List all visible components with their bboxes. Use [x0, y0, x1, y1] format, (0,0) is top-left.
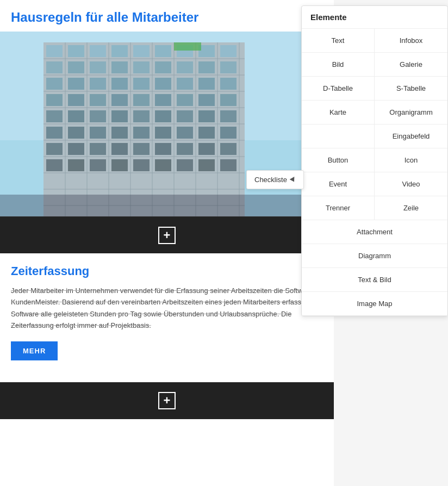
svg-rect-36 [155, 61, 171, 73]
svg-rect-43 [111, 78, 128, 90]
svg-rect-66 [220, 110, 237, 122]
svg-rect-69 [90, 127, 106, 139]
section-title: Zeiterfassung [11, 264, 323, 278]
mehr-button[interactable]: MEHR [11, 341, 58, 360]
elements-panel: Elemente Text Infobox Bild Galerie D-Tab… [301, 5, 448, 316]
svg-rect-80 [133, 143, 150, 155]
svg-rect-53 [133, 94, 150, 106]
svg-rect-79 [111, 143, 128, 155]
checkliste-tooltip[interactable]: Checkliste [246, 170, 304, 189]
svg-rect-89 [133, 159, 150, 171]
svg-rect-72 [155, 127, 171, 139]
svg-rect-52 [111, 94, 128, 106]
svg-rect-44 [133, 78, 150, 90]
element-d-tabelle[interactable]: D-Tabelle [302, 77, 375, 101]
svg-rect-93 [220, 159, 237, 171]
svg-rect-95 [0, 195, 334, 216]
svg-rect-56 [198, 94, 215, 106]
svg-rect-49 [46, 94, 63, 106]
svg-rect-27 [155, 45, 171, 57]
svg-rect-60 [90, 110, 106, 122]
element-s-tabelle[interactable]: S-Tabelle [375, 77, 447, 101]
element-bild[interactable]: Bild [302, 53, 375, 77]
section-text: Jeder Mitarbeiter im Unternehmen verwend… [11, 285, 323, 332]
svg-rect-70 [111, 127, 128, 139]
svg-rect-77 [68, 143, 84, 155]
svg-rect-71 [133, 127, 150, 139]
checkliste-label: Checkliste [254, 176, 287, 184]
svg-rect-90 [155, 159, 171, 171]
add-block-2[interactable]: + [0, 382, 334, 419]
svg-rect-22 [46, 45, 63, 57]
element-trenner[interactable]: Trenner [302, 196, 375, 220]
svg-rect-34 [111, 61, 128, 73]
svg-rect-40 [46, 78, 63, 90]
svg-rect-47 [198, 78, 215, 90]
svg-rect-94 [174, 42, 201, 51]
svg-rect-58 [46, 110, 63, 122]
svg-rect-26 [133, 45, 150, 57]
elements-grid: Text Infobox Bild Galerie D-Tabelle S-Ta… [302, 29, 447, 316]
element-image-map[interactable]: Image Map [302, 292, 447, 316]
svg-rect-88 [111, 159, 128, 171]
svg-rect-62 [133, 110, 150, 122]
element-icon[interactable]: Icon [375, 148, 447, 172]
svg-rect-46 [177, 78, 193, 90]
element-event[interactable]: Event [302, 172, 375, 196]
svg-rect-83 [198, 143, 215, 155]
svg-rect-65 [198, 110, 215, 122]
svg-rect-78 [90, 143, 106, 155]
element-text-bild[interactable]: Text & Bild [302, 268, 447, 292]
svg-rect-87 [90, 159, 106, 171]
element-infobox[interactable]: Infobox [375, 29, 447, 53]
svg-rect-81 [155, 143, 171, 155]
svg-rect-38 [198, 61, 215, 73]
element-diagramm[interactable]: Diagramm [302, 244, 447, 268]
svg-rect-25 [111, 45, 128, 57]
svg-rect-55 [177, 94, 193, 106]
svg-rect-48 [220, 78, 237, 90]
svg-rect-73 [177, 127, 193, 139]
svg-rect-45 [155, 78, 171, 90]
element-zeile[interactable]: Zeile [375, 196, 447, 220]
svg-rect-42 [90, 78, 106, 90]
element-button[interactable]: Button [302, 148, 375, 172]
add-block-1-icon: + [158, 227, 176, 244]
cursor-icon [290, 177, 297, 183]
svg-rect-59 [68, 110, 84, 122]
svg-rect-30 [220, 45, 237, 57]
elements-panel-header: Elemente [302, 6, 447, 29]
svg-rect-24 [90, 45, 106, 57]
element-karte[interactable]: Karte [302, 101, 375, 124]
element-text[interactable]: Text [302, 29, 375, 53]
svg-rect-63 [155, 110, 171, 122]
svg-rect-86 [68, 159, 84, 171]
svg-rect-37 [177, 61, 193, 73]
svg-rect-85 [46, 159, 63, 171]
svg-rect-41 [68, 78, 84, 90]
page-title: Hausregeln für alle Mitarbeiter [0, 0, 334, 32]
svg-rect-33 [90, 61, 106, 73]
svg-rect-35 [133, 61, 150, 73]
svg-rect-75 [220, 127, 237, 139]
element-video[interactable]: Video [375, 172, 447, 196]
svg-rect-39 [220, 61, 237, 73]
svg-rect-84 [220, 143, 237, 155]
svg-rect-76 [46, 143, 63, 155]
svg-rect-64 [177, 110, 193, 122]
svg-rect-74 [198, 127, 215, 139]
svg-rect-23 [68, 45, 84, 57]
element-galerie[interactable]: Galerie [375, 53, 447, 77]
svg-rect-31 [46, 61, 63, 73]
content-section: Zeiterfassung Jeder Mitarbeiter im Unter… [0, 253, 334, 377]
element-eingabefeld[interactable]: Eingabefeld [375, 124, 447, 148]
svg-rect-68 [68, 127, 84, 139]
add-block-1[interactable]: + [0, 216, 334, 253]
element-attachment[interactable]: Attachment [302, 220, 447, 244]
svg-rect-57 [220, 94, 237, 106]
element-empty [302, 124, 375, 148]
element-organigramm[interactable]: Organigramm [375, 101, 447, 124]
svg-rect-51 [90, 94, 106, 106]
svg-rect-67 [46, 127, 63, 139]
svg-rect-82 [177, 143, 193, 155]
